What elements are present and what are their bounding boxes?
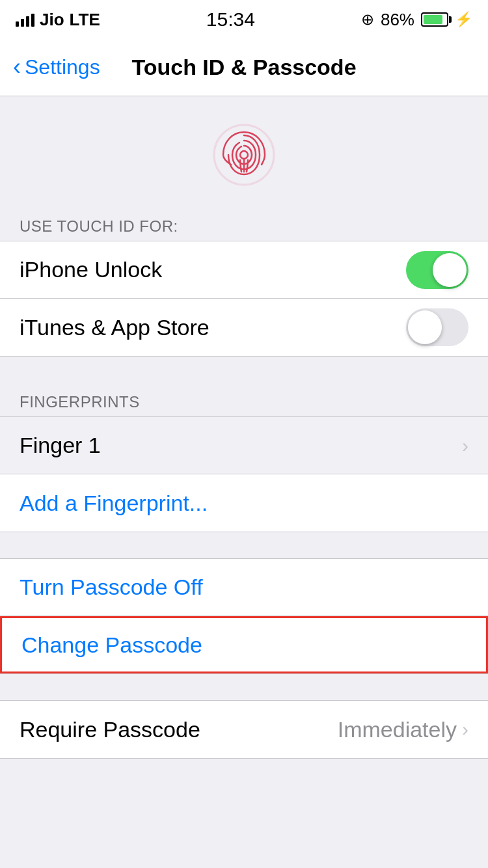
touch-id-icon-section: [0, 96, 488, 207]
spacer-2: [0, 532, 488, 558]
back-label: Settings: [25, 55, 100, 79]
fingerprints-section-label: FINGERPRINTS: [0, 383, 488, 416]
status-right: ⊕ 86% ⚡: [361, 10, 472, 30]
touch-id-section-label: USE TOUCH ID FOR:: [0, 207, 488, 241]
require-passcode-label: Require Passcode: [20, 717, 200, 742]
time-label: 15:34: [206, 8, 255, 31]
finger1-row[interactable]: Finger 1 ›: [0, 417, 488, 474]
network-type-label: LTE: [70, 10, 100, 30]
back-chevron-icon: ‹: [13, 53, 21, 81]
spacer-1: [0, 357, 488, 383]
require-passcode-value: Immediately: [338, 717, 457, 742]
spacer-3: [0, 674, 488, 700]
require-passcode-chevron-icon: ›: [462, 718, 468, 740]
iphone-unlock-label: iPhone Unlock: [20, 257, 162, 282]
fingerprint-icon: [211, 122, 277, 187]
require-passcode-row[interactable]: Require Passcode Immediately ›: [0, 701, 488, 758]
status-left: Jio LTE: [16, 10, 100, 30]
passcode-group: Turn Passcode Off Change Passcode: [0, 558, 488, 674]
change-passcode-row[interactable]: Change Passcode: [0, 616, 488, 673]
back-button[interactable]: ‹ Settings: [13, 55, 100, 81]
nav-bar: ‹ Settings Touch ID & Passcode: [0, 39, 488, 96]
iphone-unlock-toggle[interactable]: [406, 251, 468, 289]
battery-icon: [421, 12, 448, 27]
iphone-unlock-row: iPhone Unlock: [0, 241, 488, 299]
page-title: Touch ID & Passcode: [131, 55, 356, 80]
itunes-appstore-toggle[interactable]: [406, 308, 468, 346]
turn-passcode-off-label: Turn Passcode Off: [20, 575, 203, 600]
add-fingerprint-label: Add a Fingerprint...: [20, 491, 208, 516]
turn-passcode-off-row[interactable]: Turn Passcode Off: [0, 559, 488, 616]
add-fingerprint-row[interactable]: Add a Fingerprint...: [0, 474, 488, 532]
carrier-label: Jio: [40, 10, 64, 30]
itunes-appstore-label: iTunes & App Store: [20, 315, 210, 340]
battery-percent-label: 86%: [381, 10, 414, 30]
change-passcode-label: Change Passcode: [21, 632, 202, 658]
finger1-chevron-icon: ›: [462, 435, 468, 457]
touch-id-group: iPhone Unlock iTunes & App Store: [0, 241, 488, 357]
rotation-lock-icon: ⊕: [361, 10, 374, 29]
finger1-label: Finger 1: [20, 433, 101, 458]
signal-icon: [16, 12, 34, 27]
require-passcode-group: Require Passcode Immediately ›: [0, 700, 488, 759]
status-bar: Jio LTE 15:34 ⊕ 86% ⚡: [0, 0, 488, 39]
itunes-appstore-row: iTunes & App Store: [0, 299, 488, 356]
require-passcode-value-container: Immediately ›: [338, 717, 468, 742]
fingerprints-group: Finger 1 › Add a Fingerprint...: [0, 416, 488, 532]
charging-icon: ⚡: [455, 11, 472, 28]
